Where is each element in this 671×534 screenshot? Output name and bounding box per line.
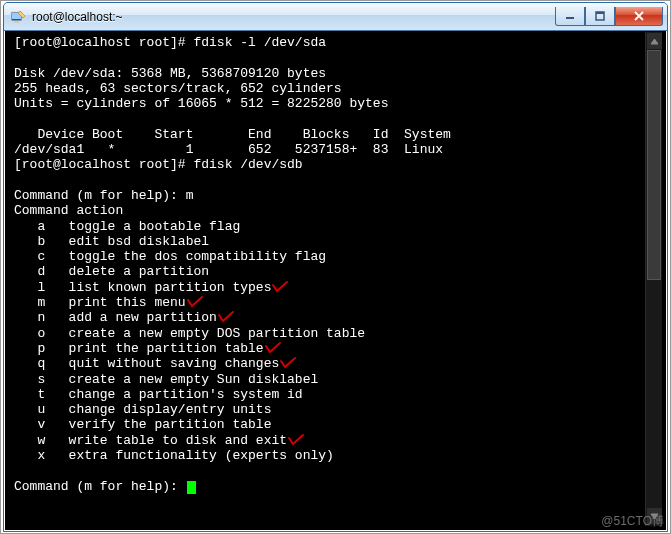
titlebar[interactable]: root@localhost:~ [4,3,667,31]
fdisk-menu-item: m print this menu [14,295,661,310]
terminal-line: 255 heads, 63 sectors/track, 652 cylinde… [14,81,661,96]
fdisk-menu-item: b edit bsd disklabel [14,234,661,249]
terminal[interactable]: [root@localhost root]# fdisk -l /dev/sda… [8,31,663,527]
fdisk-menu-item: t change a partition's system id [14,387,661,402]
fdisk-menu-item: u change display/entry units [14,402,661,417]
fdisk-menu-item: s create a new empty Sun disklabel [14,372,661,387]
svg-rect-3 [566,17,574,19]
close-button[interactable] [615,7,663,26]
fdisk-menu-item: w write table to disk and exit [14,433,661,448]
minimize-button[interactable] [555,7,585,26]
terminal-line: Command action [14,203,661,218]
checkmark-icon [287,433,305,447]
fdisk-menu-item: d delete a partition [14,264,661,279]
scrollbar[interactable] [645,32,662,526]
svg-rect-2 [14,21,19,23]
window-buttons [555,7,663,26]
terminal-line: Disk /dev/sda: 5368 MB, 5368709120 bytes [14,66,661,81]
fdisk-menu-item: v verify the partition table [14,417,661,432]
fdisk-menu-item: p print the partition table [14,341,661,356]
window-title: root@localhost:~ [32,10,555,24]
scroll-down-button[interactable] [647,508,662,524]
putty-window: root@localhost:~ [root@localhost root]# … [3,2,668,532]
terminal-line [14,463,661,478]
svg-rect-5 [596,12,604,14]
terminal-line [14,173,661,188]
terminal-line [14,50,661,65]
checkmark-icon [271,280,289,294]
prompt-line: [root@localhost root]# fdisk /dev/sdb [14,157,661,172]
checkmark-icon [186,295,204,309]
viewport: root@localhost:~ [root@localhost root]# … [0,0,671,534]
terminal-line: Units = cylinders of 16065 * 512 = 82252… [14,96,661,111]
scroll-track[interactable] [646,50,662,508]
partition-table-row: /dev/sda1 * 1 652 5237158+ 83 Linux [14,142,661,157]
terminal-line [14,111,661,126]
maximize-button[interactable] [585,7,615,26]
prompt-line: [root@localhost root]# fdisk -l /dev/sda [14,35,661,50]
fdisk-menu-item: q quit without saving changes [14,356,661,371]
terminal-line: Command (m for help): m [14,188,661,203]
checkmark-icon [217,310,235,324]
checkmark-icon [264,341,282,355]
fdisk-menu-item: l list known partition types [14,280,661,295]
fdisk-menu-item: a toggle a bootable flag [14,219,661,234]
fdisk-menu-item: x extra functionality (experts only) [14,448,661,463]
putty-icon [10,9,26,25]
fdisk-menu-item: c toggle the dos compatibility flag [14,249,661,264]
scroll-up-button[interactable] [647,33,662,49]
fdisk-menu-item: o create a new empty DOS partition table [14,326,661,341]
partition-table-header: Device Boot Start End Blocks Id System [14,127,661,142]
prompt-line: Command (m for help): [14,479,661,494]
cursor [187,481,196,494]
checkmark-icon [279,356,297,370]
fdisk-menu-item: n add a new partition [14,310,661,325]
scroll-thumb[interactable] [647,50,661,280]
